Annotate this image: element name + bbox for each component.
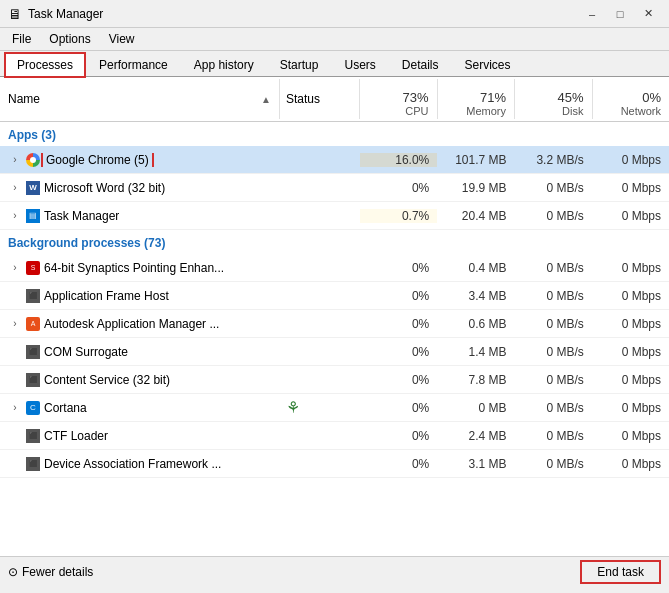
process-memory-cell: 3.4 MB bbox=[437, 289, 514, 303]
tab-startup[interactable]: Startup bbox=[267, 52, 332, 78]
process-disk-cell: 0 MB/s bbox=[515, 401, 592, 415]
expand-button[interactable]: › bbox=[8, 317, 22, 331]
process-memory-cell: 2.4 MB bbox=[437, 429, 514, 443]
synaptics-icon: S bbox=[26, 261, 40, 275]
bottom-bar: ⊙ Fewer details End task bbox=[0, 556, 669, 586]
process-disk-cell: 3.2 MB/s bbox=[515, 153, 592, 167]
menu-file[interactable]: File bbox=[4, 30, 39, 48]
expand-button[interactable] bbox=[8, 457, 22, 471]
process-memory-cell: 101.7 MB bbox=[437, 153, 514, 167]
tab-services[interactable]: Services bbox=[452, 52, 524, 78]
tab-bar: Processes Performance App history Startu… bbox=[0, 51, 669, 77]
section-header-apps: Apps (3) bbox=[0, 122, 669, 146]
process-name-label: Content Service (32 bit) bbox=[44, 373, 170, 387]
expand-button[interactable]: › bbox=[8, 153, 22, 167]
col-disk-header[interactable]: 45% Disk bbox=[515, 79, 593, 119]
process-network-cell: 0 Mbps bbox=[592, 261, 669, 275]
process-memory-cell: 0.4 MB bbox=[437, 261, 514, 275]
process-cpu-cell: 0% bbox=[360, 373, 437, 387]
process-disk-cell: 0 MB/s bbox=[515, 317, 592, 331]
table-row[interactable]: ›AAutodesk Application Manager ...0%0.6 … bbox=[0, 310, 669, 338]
expand-button[interactable]: › bbox=[8, 209, 22, 223]
process-network-cell: 0 Mbps bbox=[592, 457, 669, 471]
generic-process-icon: ⬛ bbox=[26, 373, 40, 387]
process-memory-cell: 1.4 MB bbox=[437, 345, 514, 359]
table-row[interactable]: ›Google Chrome (5)16.0%101.7 MB3.2 MB/s0… bbox=[0, 146, 669, 174]
tab-users[interactable]: Users bbox=[331, 52, 388, 78]
expand-button[interactable] bbox=[8, 429, 22, 443]
main-content: Name ▲ Status 73% CPU 71% Memory 45% Dis… bbox=[0, 77, 669, 556]
maximize-button[interactable]: □ bbox=[607, 4, 633, 24]
table-row[interactable]: ⬛Device Association Framework ...0%3.1 M… bbox=[0, 450, 669, 478]
process-name-label: Google Chrome (5) bbox=[44, 153, 151, 167]
col-name-header[interactable]: Name ▲ bbox=[0, 79, 280, 119]
expand-button[interactable]: › bbox=[8, 401, 22, 415]
col-network-header[interactable]: 0% Network bbox=[593, 79, 670, 119]
expand-button[interactable] bbox=[8, 289, 22, 303]
process-name-cell: ›Google Chrome (5) bbox=[0, 153, 280, 167]
process-network-cell: 0 Mbps bbox=[592, 345, 669, 359]
table-row[interactable]: ›WMicrosoft Word (32 bit)0%19.9 MB0 MB/s… bbox=[0, 174, 669, 202]
end-task-button[interactable]: End task bbox=[580, 560, 661, 584]
word-icon: W bbox=[26, 181, 40, 195]
expand-button[interactable] bbox=[8, 373, 22, 387]
col-memory-header[interactable]: 71% Memory bbox=[438, 79, 516, 119]
process-name-label: Autodesk Application Manager ... bbox=[44, 317, 219, 331]
generic-process-icon: ⬛ bbox=[26, 429, 40, 443]
process-network-cell: 0 Mbps bbox=[592, 153, 669, 167]
process-name-label: Task Manager bbox=[44, 209, 119, 223]
process-cpu-cell: 0% bbox=[360, 289, 437, 303]
menu-view[interactable]: View bbox=[101, 30, 143, 48]
process-disk-cell: 0 MB/s bbox=[515, 345, 592, 359]
menu-options[interactable]: Options bbox=[41, 30, 98, 48]
minimize-button[interactable]: – bbox=[579, 4, 605, 24]
tab-app-history[interactable]: App history bbox=[181, 52, 267, 78]
table-row[interactable]: ›CCortana⚘0%0 MB0 MB/s0 Mbps bbox=[0, 394, 669, 422]
disk-label: Disk bbox=[562, 105, 583, 117]
expand-button[interactable] bbox=[8, 345, 22, 359]
col-name-label: Name bbox=[8, 92, 40, 106]
process-cpu-cell: 0.7% bbox=[360, 209, 437, 223]
table-row[interactable]: ›S64-bit Synaptics Pointing Enhan...0%0.… bbox=[0, 254, 669, 282]
table-row[interactable]: ⬛CTF Loader0%2.4 MB0 MB/s0 Mbps bbox=[0, 422, 669, 450]
expand-button[interactable]: › bbox=[8, 181, 22, 195]
cortana-icon: C bbox=[26, 401, 40, 415]
process-network-cell: 0 Mbps bbox=[592, 181, 669, 195]
table-row[interactable]: ⬛Content Service (32 bit)0%7.8 MB0 MB/s0… bbox=[0, 366, 669, 394]
tab-details[interactable]: Details bbox=[389, 52, 452, 78]
section-header-background: Background processes (73) bbox=[0, 230, 669, 254]
process-disk-cell: 0 MB/s bbox=[515, 373, 592, 387]
close-button[interactable]: ✕ bbox=[635, 4, 661, 24]
process-disk-cell: 0 MB/s bbox=[515, 261, 592, 275]
process-name-label: Microsoft Word (32 bit) bbox=[44, 181, 165, 195]
table-row[interactable]: ›▤Task Manager0.7%20.4 MB0 MB/s0 Mbps bbox=[0, 202, 669, 230]
process-name-cell: ⬛CTF Loader bbox=[0, 429, 280, 443]
process-name-cell: ⬛Content Service (32 bit) bbox=[0, 373, 280, 387]
generic-process-icon: ⬛ bbox=[26, 289, 40, 303]
process-status-cell: ⚘ bbox=[280, 398, 360, 417]
process-name-cell: ›S64-bit Synaptics Pointing Enhan... bbox=[0, 261, 280, 275]
process-memory-cell: 20.4 MB bbox=[437, 209, 514, 223]
generic-process-icon: ⬛ bbox=[26, 457, 40, 471]
cpu-label: CPU bbox=[405, 105, 428, 117]
table-row[interactable]: ⬛COM Surrogate0%1.4 MB0 MB/s0 Mbps bbox=[0, 338, 669, 366]
tab-performance[interactable]: Performance bbox=[86, 52, 181, 78]
title-bar-title: Task Manager bbox=[28, 7, 103, 21]
process-network-cell: 0 Mbps bbox=[592, 429, 669, 443]
table-body[interactable]: Apps (3)›Google Chrome (5)16.0%101.7 MB3… bbox=[0, 122, 669, 556]
tab-processes[interactable]: Processes bbox=[4, 52, 86, 78]
autodesk-icon: A bbox=[26, 317, 40, 331]
process-name-label: Device Association Framework ... bbox=[44, 457, 221, 471]
process-memory-cell: 19.9 MB bbox=[437, 181, 514, 195]
process-name-label: Application Frame Host bbox=[44, 289, 169, 303]
process-cpu-cell: 16.0% bbox=[360, 153, 437, 167]
fewer-details-arrow: ⊙ bbox=[8, 565, 18, 579]
fewer-details-label: Fewer details bbox=[22, 565, 93, 579]
expand-button[interactable]: › bbox=[8, 261, 22, 275]
col-cpu-header[interactable]: 73% CPU bbox=[360, 79, 438, 119]
col-status-header[interactable]: Status bbox=[280, 79, 360, 119]
fewer-details-btn[interactable]: ⊙ Fewer details bbox=[8, 565, 93, 579]
table-row[interactable]: ⬛Application Frame Host0%3.4 MB0 MB/s0 M… bbox=[0, 282, 669, 310]
process-network-cell: 0 Mbps bbox=[592, 317, 669, 331]
process-network-cell: 0 Mbps bbox=[592, 289, 669, 303]
